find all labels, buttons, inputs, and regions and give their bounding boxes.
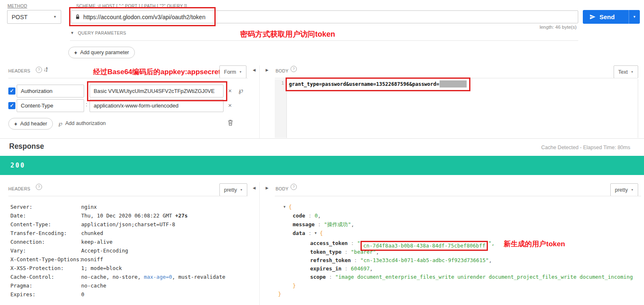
send-options-caret-icon[interactable]: ▼ (629, 15, 640, 19)
header-value: Accept-Encoding (81, 248, 128, 254)
response-header-row: Content-Type:application/json;charset=UT… (10, 221, 175, 228)
collapse-root-icon[interactable]: ▼ (283, 205, 286, 209)
header-value: Thu, 10 Dec 2020 06:08:22 GMT (81, 212, 175, 219)
response-body-help-icon[interactable]: ? (291, 184, 297, 190)
header-value-input-content-type[interactable]: application/x-www-form-urlencoded (90, 99, 224, 112)
json-close-outer-line: } (278, 291, 281, 297)
header-value: nosniff (81, 256, 103, 262)
remove-authorization-header-icon[interactable]: × (228, 87, 232, 94)
collapse-data-icon[interactable]: ▼ (315, 231, 317, 235)
header-key: Content-Type: (10, 221, 81, 228)
header-value-text: Basic VVlLWUtycUlmZUU4SFV2cTFpZWtiZGJ0VE (94, 88, 215, 94)
json-message-line: message : "操作成功", (293, 221, 354, 228)
header-key: Connection: (10, 239, 81, 245)
expand-response-body-icon[interactable]: ▶ (266, 186, 269, 190)
header-key: Expires: (10, 291, 81, 298)
add-header-button[interactable]: + Add header (8, 118, 53, 130)
json-comma: , (351, 221, 354, 228)
text-dropdown-label: Text (618, 69, 628, 75)
response-headers-help-icon[interactable]: ? (36, 184, 42, 190)
query-parameters-toggle[interactable]: ▼ QUERY PARAMETERS (70, 30, 126, 35)
sort-headers-icon[interactable]: ↓ AZ (43, 67, 48, 72)
header-key: Pragma: (10, 282, 81, 289)
send-label: Send (599, 13, 615, 20)
response-headers-divider (8, 196, 248, 196)
expand-body-panel-icon[interactable]: ▶ (266, 68, 269, 72)
body-help-icon[interactable]: ? (291, 66, 297, 72)
max-age-link[interactable]: max-age=0 (144, 274, 172, 280)
add-query-parameter-label: Add query parameter (80, 50, 129, 55)
close-brace: } (278, 291, 281, 297)
plus-icon: + (14, 121, 17, 127)
json-sep: : (305, 212, 315, 219)
response-headers-pretty-dropdown[interactable]: pretty ▼ (219, 183, 247, 196)
json-sep: : (341, 249, 351, 255)
add-authorization-button[interactable]: ℘ Add authorization (58, 120, 106, 127)
header-value: 0 (81, 291, 85, 298)
header-name-input-authorization[interactable]: Authorization (17, 85, 84, 98)
json-value: "cn-13e33cd4-b071-4ab5-adbc-9f923d736615… (360, 257, 489, 263)
add-header-label: Add header (20, 121, 47, 127)
json-key: message (293, 221, 315, 228)
header-value-bold: +27s (175, 212, 188, 219)
method-select[interactable]: POST ▼ (7, 10, 61, 24)
remove-content-type-header-icon[interactable]: × (228, 102, 232, 109)
response-header-row: Transfer-Encoding:chunked (10, 230, 103, 236)
json-token-type-line: token_type : "bearer", (310, 249, 379, 255)
header-value-input-authorization[interactable]: Basic VVlLWUtycUlmZUU4SFV2cTFpZWtiZGJ0VE (90, 85, 224, 98)
open-brace: { (288, 204, 292, 210)
header-value-text: application/x-www-form-urlencoded (94, 102, 179, 109)
url-input[interactable]: https://account.glodon.com/v3/api/oauth2… (71, 10, 578, 23)
delete-headers-icon[interactable] (227, 119, 234, 126)
authorization-checkbox[interactable]: ✓ (8, 88, 15, 95)
check-icon: ✓ (10, 88, 14, 94)
response-header-row: Expires:0 (10, 291, 85, 298)
json-expires-in-line: expires_in : 604697, (310, 265, 373, 272)
collapse-response-left-icon[interactable]: ◀ (253, 186, 256, 190)
form-dropdown-label: Form (224, 69, 236, 75)
json-sep: : (305, 230, 315, 236)
response-headers-list: Server:nginx Date:Thu, 10 Dec 2020 06:08… (0, 200, 259, 305)
add-query-parameter-button[interactable]: + Add query parameter (68, 47, 135, 58)
request-panel-splitter[interactable] (259, 65, 260, 139)
body-editor-gutter: 1 (275, 79, 287, 138)
key-icon[interactable]: ℘ (239, 86, 243, 94)
body-editor-right-border (638, 79, 638, 138)
collapse-left-panel-icon[interactable]: ◀ (253, 68, 256, 72)
header-key: X-Content-Type-Options: (10, 256, 81, 262)
json-quote: ", (488, 240, 495, 246)
response-panel-splitter[interactable] (259, 182, 260, 305)
key-icon: ℘ (58, 120, 62, 127)
scheme-label: SCHEME :// HOST [ ":" PORT ] [ PATH [ "?… (76, 3, 187, 8)
json-quote: " (357, 240, 361, 246)
json-root-line: ▼ { (283, 204, 292, 210)
header-value: chunked (81, 230, 103, 236)
headers-form-dropdown[interactable]: Form ▼ (219, 65, 246, 78)
header-value: application/json;charset=UTF-8 (81, 221, 175, 228)
header-value: no-cache (81, 282, 106, 289)
response-header-row: X-Content-Type-Options:nosniff (10, 256, 103, 262)
chevron-down-icon: ▼ (239, 70, 242, 73)
access-token-highlight-box: cn-7d4f8aa3-b0b8-438a-84df-75cbef806bff (361, 241, 488, 251)
json-sep: : (326, 274, 336, 280)
json-value: "image document_enterprise_files_write u… (335, 274, 633, 280)
response-body-pretty-dropdown[interactable]: pretty ▼ (610, 183, 638, 196)
sort-z: Z (46, 70, 48, 72)
headers-panel-divider (8, 78, 248, 78)
json-key: expires_in (310, 265, 341, 272)
response-body-label: BODY (276, 186, 288, 191)
headers-help-icon[interactable]: ? (36, 67, 42, 73)
url-text: https://account.glodon.com/v3/api/oauth2… (83, 14, 205, 20)
send-button[interactable]: Send ▼ (583, 10, 640, 24)
check-icon: ✓ (10, 102, 14, 108)
request-body-editor[interactable]: grant_type=password&username=13522687596… (289, 80, 467, 88)
response-header-row: Vary:Accept-Encoding (10, 248, 128, 254)
response-title: Response (9, 142, 44, 151)
header-key: Cache-Control: (10, 274, 81, 280)
response-status-note: Cache Detected - Elapsed Time: 80ms (480, 145, 630, 150)
json-comma: , (376, 249, 379, 255)
pretty-dropdown-label: pretty (224, 187, 237, 193)
body-text-dropdown[interactable]: Text ▼ (614, 65, 638, 78)
header-name-input-content-type[interactable]: Content-Type (17, 99, 84, 112)
content-type-checkbox[interactable]: ✓ (8, 102, 15, 109)
